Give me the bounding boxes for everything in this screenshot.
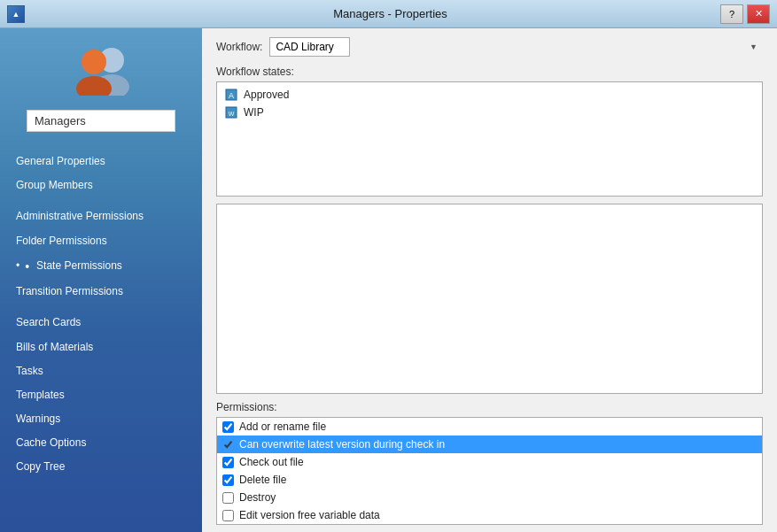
sidebar-item-tasks[interactable]: Tasks [11,359,191,383]
perm-item-add-rename[interactable]: Add or rename file [217,418,762,436]
perm-label-destroy: Destroy [239,491,276,504]
empty-area [216,204,763,394]
perm-label-edit-version: Edit version free variable data [239,509,380,521]
perm-checkbox-check-out[interactable] [222,457,234,468]
state-item-approved[interactable]: A Approved [221,86,758,104]
svg-text:A: A [229,91,234,100]
sidebar-item-warnings[interactable]: Warnings [11,407,191,431]
perm-item-edit-version[interactable]: Edit version free variable data [217,506,762,524]
perm-label-delete-file: Delete file [239,474,286,486]
sidebar-nav: General Properties Group Members Adminis… [0,150,202,480]
avatar [66,42,136,96]
content-area: Workflow: CAD Library Engineering Manufa… [202,28,777,532]
state-approved-icon: A [224,88,238,102]
permissions-label: Permissions: [216,401,763,413]
sidebar: Managers General Properties Group Member… [0,28,202,532]
workflow-select-wrapper: CAD Library Engineering Manufacturing [269,37,763,57]
sidebar-item-general-properties[interactable]: General Properties [11,150,191,173]
svg-point-2 [82,50,106,74]
sidebar-item-search-cards[interactable]: Search Cards [11,311,191,335]
state-approved-label: Approved [244,89,289,101]
sidebar-item-transition-permissions[interactable]: Transition Permissions [11,280,191,304]
sidebar-item-cache-options[interactable]: Cache Options [11,431,191,455]
permissions-list: Add or rename file Can overwrite latest … [216,417,763,525]
perm-checkbox-edit-version[interactable] [222,510,234,521]
perm-checkbox-add-rename[interactable] [222,421,234,433]
workflow-states-section: Workflow states: A Approved [202,66,777,204]
title-bar: ▲ Managers - Properties ? ✕ [0,0,777,28]
sidebar-item-group-members[interactable]: Group Members [11,173,191,197]
main-container: Managers General Properties Group Member… [0,28,777,532]
perm-label-check-out: Check out file [239,456,304,468]
title-bar-buttons: ? ✕ [720,4,770,24]
perm-checkbox-destroy[interactable] [222,492,234,504]
sidebar-item-bills-of-materials[interactable]: Bills of Materials [11,335,191,359]
app-icon: ▲ [7,5,25,23]
permissions-section: Permissions: Add or rename file Can over… [202,394,777,532]
sidebar-item-administrative-permissions[interactable]: Administrative Permissions [11,204,191,228]
workflow-row: Workflow: CAD Library Engineering Manufa… [202,28,777,66]
perm-label-add-rename: Add or rename file [239,420,326,433]
perm-item-destroy[interactable]: Destroy [217,489,762,506]
sidebar-item-folder-permissions[interactable]: Folder Permissions [11,229,191,253]
workflow-states-list[interactable]: A Approved W WIP [216,81,763,197]
perm-item-overwrite-latest[interactable]: Can overwrite latest version during chec… [217,436,762,453]
state-wip-label: WIP [244,106,264,119]
perm-checkbox-delete-file[interactable] [222,474,234,486]
sidebar-label: Managers [27,110,175,132]
state-wip-icon: W [224,105,238,120]
window-title: Managers - Properties [60,7,720,20]
help-button[interactable]: ? [720,4,743,24]
sidebar-item-copy-tree[interactable]: Copy Tree [11,455,191,479]
workflow-states-label: Workflow states: [216,66,763,78]
close-button[interactable]: ✕ [747,4,770,24]
perm-label-overwrite-latest: Can overwrite latest version during chec… [239,438,445,451]
sidebar-item-state-permissions[interactable]: • State Permissions [11,253,191,280]
state-item-wip[interactable]: W WIP [221,104,758,121]
svg-text:W: W [229,111,235,117]
perm-item-check-out[interactable]: Check out file [217,453,762,471]
workflow-label: Workflow: [216,41,262,53]
sidebar-item-templates[interactable]: Templates [11,383,191,407]
workflow-select[interactable]: CAD Library Engineering Manufacturing [269,37,350,57]
perm-item-delete-file[interactable]: Delete file [217,471,762,489]
perm-checkbox-overwrite-latest[interactable] [222,439,234,451]
